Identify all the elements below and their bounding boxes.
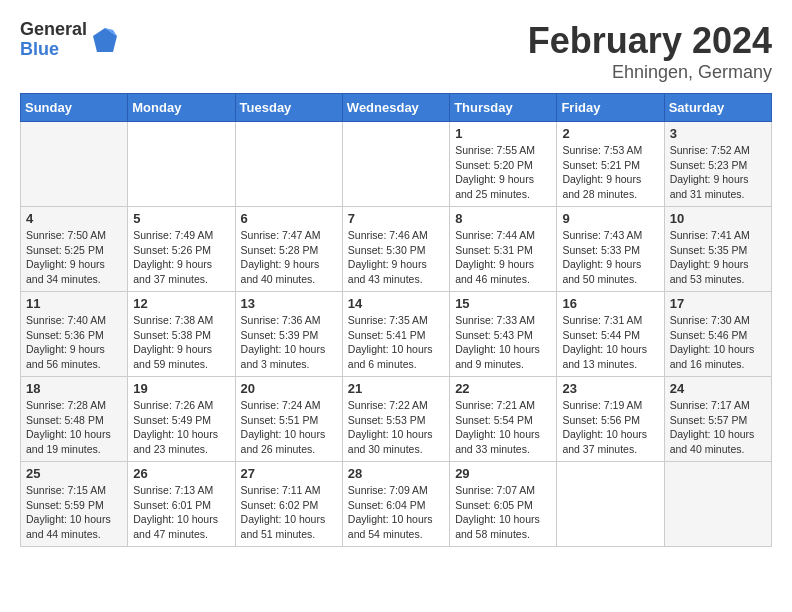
calendar-cell: 9Sunrise: 7:43 AM Sunset: 5:33 PM Daylig… — [557, 207, 664, 292]
day-number: 21 — [348, 381, 444, 396]
calendar-cell: 15Sunrise: 7:33 AM Sunset: 5:43 PM Dayli… — [450, 292, 557, 377]
calendar-cell: 25Sunrise: 7:15 AM Sunset: 5:59 PM Dayli… — [21, 462, 128, 547]
day-info: Sunrise: 7:46 AM Sunset: 5:30 PM Dayligh… — [348, 228, 444, 287]
day-info: Sunrise: 7:26 AM Sunset: 5:49 PM Dayligh… — [133, 398, 229, 457]
day-number: 2 — [562, 126, 658, 141]
calendar-cell: 6Sunrise: 7:47 AM Sunset: 5:28 PM Daylig… — [235, 207, 342, 292]
calendar-cell — [128, 122, 235, 207]
day-number: 24 — [670, 381, 766, 396]
calendar-cell — [342, 122, 449, 207]
calendar-cell — [664, 462, 771, 547]
logo-blue-text: Blue — [20, 40, 87, 60]
day-number: 27 — [241, 466, 337, 481]
calendar-cell: 4Sunrise: 7:50 AM Sunset: 5:25 PM Daylig… — [21, 207, 128, 292]
calendar-cell — [21, 122, 128, 207]
day-info: Sunrise: 7:55 AM Sunset: 5:20 PM Dayligh… — [455, 143, 551, 202]
day-number: 4 — [26, 211, 122, 226]
header-day-saturday: Saturday — [664, 94, 771, 122]
calendar-cell: 3Sunrise: 7:52 AM Sunset: 5:23 PM Daylig… — [664, 122, 771, 207]
calendar-cell: 20Sunrise: 7:24 AM Sunset: 5:51 PM Dayli… — [235, 377, 342, 462]
day-info: Sunrise: 7:30 AM Sunset: 5:46 PM Dayligh… — [670, 313, 766, 372]
calendar-cell: 18Sunrise: 7:28 AM Sunset: 5:48 PM Dayli… — [21, 377, 128, 462]
calendar-cell: 12Sunrise: 7:38 AM Sunset: 5:38 PM Dayli… — [128, 292, 235, 377]
calendar-cell: 21Sunrise: 7:22 AM Sunset: 5:53 PM Dayli… — [342, 377, 449, 462]
calendar-cell: 7Sunrise: 7:46 AM Sunset: 5:30 PM Daylig… — [342, 207, 449, 292]
day-number: 23 — [562, 381, 658, 396]
day-info: Sunrise: 7:31 AM Sunset: 5:44 PM Dayligh… — [562, 313, 658, 372]
day-info: Sunrise: 7:17 AM Sunset: 5:57 PM Dayligh… — [670, 398, 766, 457]
logo-icon — [89, 24, 121, 56]
calendar-table: SundayMondayTuesdayWednesdayThursdayFrid… — [20, 93, 772, 547]
week-row-2: 4Sunrise: 7:50 AM Sunset: 5:25 PM Daylig… — [21, 207, 772, 292]
day-info: Sunrise: 7:43 AM Sunset: 5:33 PM Dayligh… — [562, 228, 658, 287]
day-info: Sunrise: 7:36 AM Sunset: 5:39 PM Dayligh… — [241, 313, 337, 372]
calendar-cell: 1Sunrise: 7:55 AM Sunset: 5:20 PM Daylig… — [450, 122, 557, 207]
calendar-cell: 26Sunrise: 7:13 AM Sunset: 6:01 PM Dayli… — [128, 462, 235, 547]
day-number: 19 — [133, 381, 229, 396]
month-title: February 2024 — [528, 20, 772, 62]
calendar-cell: 29Sunrise: 7:07 AM Sunset: 6:05 PM Dayli… — [450, 462, 557, 547]
day-number: 11 — [26, 296, 122, 311]
calendar-header: SundayMondayTuesdayWednesdayThursdayFrid… — [21, 94, 772, 122]
calendar-cell: 27Sunrise: 7:11 AM Sunset: 6:02 PM Dayli… — [235, 462, 342, 547]
day-info: Sunrise: 7:41 AM Sunset: 5:35 PM Dayligh… — [670, 228, 766, 287]
day-info: Sunrise: 7:21 AM Sunset: 5:54 PM Dayligh… — [455, 398, 551, 457]
calendar-cell: 2Sunrise: 7:53 AM Sunset: 5:21 PM Daylig… — [557, 122, 664, 207]
calendar-cell: 19Sunrise: 7:26 AM Sunset: 5:49 PM Dayli… — [128, 377, 235, 462]
day-number: 25 — [26, 466, 122, 481]
calendar-cell: 5Sunrise: 7:49 AM Sunset: 5:26 PM Daylig… — [128, 207, 235, 292]
day-info: Sunrise: 7:11 AM Sunset: 6:02 PM Dayligh… — [241, 483, 337, 542]
day-info: Sunrise: 7:53 AM Sunset: 5:21 PM Dayligh… — [562, 143, 658, 202]
day-info: Sunrise: 7:40 AM Sunset: 5:36 PM Dayligh… — [26, 313, 122, 372]
calendar-body: 1Sunrise: 7:55 AM Sunset: 5:20 PM Daylig… — [21, 122, 772, 547]
day-number: 1 — [455, 126, 551, 141]
day-number: 3 — [670, 126, 766, 141]
page-header: General Blue February 2024 Ehningen, Ger… — [20, 20, 772, 83]
calendar-cell: 14Sunrise: 7:35 AM Sunset: 5:41 PM Dayli… — [342, 292, 449, 377]
day-info: Sunrise: 7:19 AM Sunset: 5:56 PM Dayligh… — [562, 398, 658, 457]
day-number: 8 — [455, 211, 551, 226]
calendar-cell: 8Sunrise: 7:44 AM Sunset: 5:31 PM Daylig… — [450, 207, 557, 292]
week-row-4: 18Sunrise: 7:28 AM Sunset: 5:48 PM Dayli… — [21, 377, 772, 462]
day-info: Sunrise: 7:50 AM Sunset: 5:25 PM Dayligh… — [26, 228, 122, 287]
day-info: Sunrise: 7:13 AM Sunset: 6:01 PM Dayligh… — [133, 483, 229, 542]
day-info: Sunrise: 7:38 AM Sunset: 5:38 PM Dayligh… — [133, 313, 229, 372]
day-info: Sunrise: 7:07 AM Sunset: 6:05 PM Dayligh… — [455, 483, 551, 542]
day-info: Sunrise: 7:49 AM Sunset: 5:26 PM Dayligh… — [133, 228, 229, 287]
logo: General Blue — [20, 20, 121, 60]
header-day-monday: Monday — [128, 94, 235, 122]
calendar-cell: 10Sunrise: 7:41 AM Sunset: 5:35 PM Dayli… — [664, 207, 771, 292]
day-info: Sunrise: 7:35 AM Sunset: 5:41 PM Dayligh… — [348, 313, 444, 372]
day-number: 18 — [26, 381, 122, 396]
header-row: SundayMondayTuesdayWednesdayThursdayFrid… — [21, 94, 772, 122]
header-day-wednesday: Wednesday — [342, 94, 449, 122]
day-number: 5 — [133, 211, 229, 226]
day-number: 15 — [455, 296, 551, 311]
calendar-cell — [235, 122, 342, 207]
header-day-thursday: Thursday — [450, 94, 557, 122]
header-day-sunday: Sunday — [21, 94, 128, 122]
day-number: 6 — [241, 211, 337, 226]
logo-general-text: General — [20, 20, 87, 40]
day-number: 17 — [670, 296, 766, 311]
day-info: Sunrise: 7:44 AM Sunset: 5:31 PM Dayligh… — [455, 228, 551, 287]
day-info: Sunrise: 7:22 AM Sunset: 5:53 PM Dayligh… — [348, 398, 444, 457]
day-number: 16 — [562, 296, 658, 311]
day-number: 7 — [348, 211, 444, 226]
day-info: Sunrise: 7:15 AM Sunset: 5:59 PM Dayligh… — [26, 483, 122, 542]
week-row-5: 25Sunrise: 7:15 AM Sunset: 5:59 PM Dayli… — [21, 462, 772, 547]
location-title: Ehningen, Germany — [528, 62, 772, 83]
day-number: 22 — [455, 381, 551, 396]
day-info: Sunrise: 7:24 AM Sunset: 5:51 PM Dayligh… — [241, 398, 337, 457]
week-row-1: 1Sunrise: 7:55 AM Sunset: 5:20 PM Daylig… — [21, 122, 772, 207]
day-number: 12 — [133, 296, 229, 311]
calendar-cell: 24Sunrise: 7:17 AM Sunset: 5:57 PM Dayli… — [664, 377, 771, 462]
calendar-cell: 17Sunrise: 7:30 AM Sunset: 5:46 PM Dayli… — [664, 292, 771, 377]
day-info: Sunrise: 7:47 AM Sunset: 5:28 PM Dayligh… — [241, 228, 337, 287]
day-info: Sunrise: 7:28 AM Sunset: 5:48 PM Dayligh… — [26, 398, 122, 457]
day-number: 29 — [455, 466, 551, 481]
day-number: 13 — [241, 296, 337, 311]
day-info: Sunrise: 7:52 AM Sunset: 5:23 PM Dayligh… — [670, 143, 766, 202]
calendar-cell: 16Sunrise: 7:31 AM Sunset: 5:44 PM Dayli… — [557, 292, 664, 377]
calendar-cell: 28Sunrise: 7:09 AM Sunset: 6:04 PM Dayli… — [342, 462, 449, 547]
